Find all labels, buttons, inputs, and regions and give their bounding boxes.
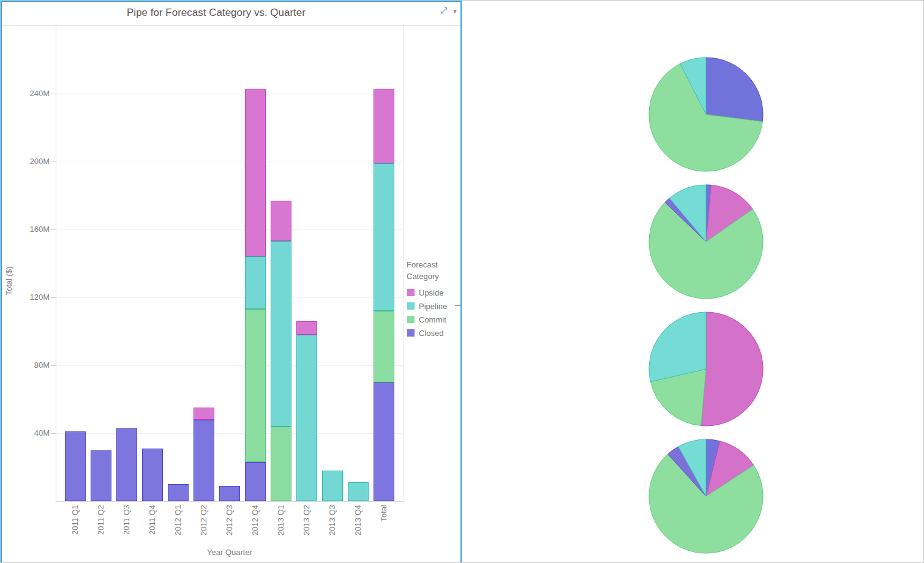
- bar-legend-title-line1: Forecast: [407, 259, 438, 270]
- bar-segment-upside-2012-q2[interactable]: [193, 408, 214, 419]
- expand-icon[interactable]: ⤢: [439, 6, 449, 16]
- y-tick-label: 80M: [13, 361, 50, 370]
- panel-resize-handle[interactable]: [455, 305, 460, 306]
- x-tick-label: Total: [380, 505, 388, 544]
- x-tick-label: 2013 Q3: [328, 505, 337, 544]
- bar-segment-closed-2011-q1[interactable]: [65, 431, 86, 501]
- bar-segment-closed-2011-q2[interactable]: [91, 450, 111, 501]
- y-tick-label: 240M: [13, 89, 50, 98]
- legend-item-upside[interactable]: Upside: [407, 287, 443, 296]
- bar-segment-commit-total[interactable]: [374, 311, 394, 382]
- x-tick-label: 2013 Q1: [277, 505, 285, 544]
- bar-segment-pipeline-2013-q4[interactable]: [348, 482, 369, 501]
- bar-segment-closed-2012-q3[interactable]: [219, 486, 240, 501]
- pie-slice-inkjet-latam[interactable]: [701, 312, 763, 426]
- gridline: [56, 162, 403, 162]
- bar-segment-commit-2012-q4[interactable]: [245, 309, 266, 462]
- legend-item-label: Upside: [419, 288, 443, 297]
- bar-segment-upside-2013-q2[interactable]: [296, 321, 317, 335]
- x-tick-label: 2011 Q1: [71, 505, 80, 544]
- x-tick-label: 2012 Q1: [174, 505, 182, 544]
- x-tick-label: 2013 Q2: [302, 505, 311, 544]
- left-title-divider: [2, 25, 460, 26]
- bar-segment-pipeline-2013-q1[interactable]: [271, 241, 291, 426]
- closed-swatch-icon: [407, 329, 415, 337]
- pie-chart-nam: [648, 438, 764, 554]
- legend-item-label: Commit: [419, 315, 446, 324]
- bar-legend-title-line2: Category: [407, 270, 439, 282]
- bar-segment-pipeline-2013-q3[interactable]: [322, 471, 343, 501]
- gridline: [56, 229, 403, 230]
- legend-item-commit[interactable]: Commit: [407, 314, 446, 323]
- pie-chart-emea: [648, 184, 764, 300]
- y-axis-tick: [51, 229, 56, 230]
- bar-segment-upside-2012-q4[interactable]: [245, 89, 266, 257]
- bar-segment-commit-2013-q1[interactable]: [271, 427, 291, 501]
- upside-swatch-icon: [407, 289, 415, 296]
- gridline: [56, 365, 403, 366]
- bar-segment-closed-2011-q3[interactable]: [116, 428, 137, 501]
- bar-segment-closed-2012-q1[interactable]: [168, 484, 189, 501]
- legend-item-label: Pipeline: [419, 302, 447, 311]
- y-tick-label: 160M: [13, 225, 50, 234]
- pie-slice-dye-sub-apac[interactable]: [706, 58, 763, 122]
- bar-segment-pipeline-2012-q4[interactable]: [245, 256, 266, 309]
- y-axis-tick: [51, 365, 56, 366]
- x-axis-title: Year Quarter: [56, 548, 404, 557]
- x-tick-label: 2012 Q3: [225, 505, 234, 544]
- legend-item-closed[interactable]: Closed: [407, 327, 443, 336]
- x-tick-label: 2012 Q4: [251, 505, 260, 544]
- y-axis-line: [56, 25, 56, 501]
- x-tick-label: 2011 Q2: [97, 505, 105, 544]
- bar-segment-closed-total[interactable]: [374, 382, 394, 501]
- commit-swatch-icon: [407, 316, 415, 323]
- gridline: [56, 297, 403, 298]
- x-tick-label: 2011 Q3: [122, 505, 131, 544]
- gridline: [56, 94, 403, 94]
- y-axis-tick: [51, 433, 56, 434]
- left-chart-panel[interactable]: Pipe for Forecast Category vs. Quarter ⤢…: [1, 1, 462, 563]
- x-tick-label: 2011 Q4: [148, 505, 157, 544]
- y-axis-tick: [51, 297, 56, 298]
- y-tick-label: 120M: [13, 293, 50, 302]
- y-axis-tick: [51, 94, 56, 94]
- y-axis-title: Total ($): [4, 244, 14, 318]
- pie-chart-apac: [648, 56, 764, 173]
- plot-right-border: [403, 25, 404, 501]
- y-tick-label: 40M: [13, 429, 50, 438]
- caret-down-icon[interactable]: ▾: [451, 7, 459, 15]
- y-axis-tick: [51, 162, 56, 162]
- x-axis-line: [56, 501, 404, 502]
- x-tick-label: 2012 Q2: [200, 505, 208, 544]
- bar-segment-upside-total[interactable]: [374, 89, 394, 163]
- pie-chart-latam: [648, 311, 764, 427]
- dashboard-canvas: Pipe for Forecast Category vs. Quarter ⤢…: [0, 0, 924, 563]
- legend-item-label: Closed: [419, 329, 443, 338]
- bar-segment-pipeline-total[interactable]: [374, 163, 394, 311]
- left-chart-title: Pipe for Forecast Category vs. Quarter: [2, 7, 430, 19]
- bar-segment-closed-2011-q4[interactable]: [142, 449, 163, 501]
- bar-segment-closed-2012-q4[interactable]: [245, 462, 266, 501]
- x-tick-label: 2013 Q4: [354, 505, 362, 544]
- right-chart-panel[interactable]: Product Coverage by Field Representative…: [462, 1, 924, 563]
- pipeline-swatch-icon: [407, 302, 415, 310]
- legend-item-pipeline[interactable]: Pipeline: [407, 300, 447, 309]
- y-tick-label: 200M: [13, 157, 50, 166]
- gridline: [56, 433, 403, 434]
- bar-segment-closed-2012-q2[interactable]: [193, 420, 214, 501]
- bar-segment-upside-2013-q1[interactable]: [271, 201, 291, 242]
- bar-segment-pipeline-2013-q2[interactable]: [296, 335, 317, 501]
